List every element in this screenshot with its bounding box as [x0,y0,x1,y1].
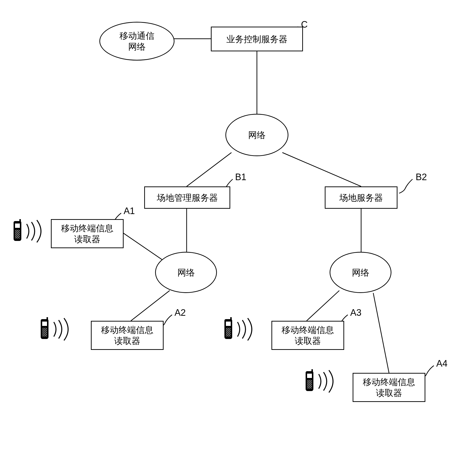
site-mgmt-server-b1-label: 场地管理服务器 [157,192,218,203]
label-a2: A2 [175,308,186,318]
phone-icon-a1 [12,219,23,241]
reader-a2-node: 移动终端信息 读取器 [91,321,164,350]
network-label-top: 网络 [248,130,266,140]
network-node-right: 网络 [330,252,391,293]
site-server-b2-label: 场地服务器 [339,192,383,203]
svg-line-2 [187,153,231,186]
label-b2: B2 [416,172,427,182]
phone-icon-a3 [223,317,234,339]
svg-line-6 [122,232,165,262]
service-control-server-label: 业务控制服务器 [226,34,287,45]
signal-waves-a1 [22,217,51,246]
signal-waves-a2 [49,315,79,344]
reader-a4-label: 移动终端信息 读取器 [363,377,415,398]
mobile-comm-network-label: 移动通信 网络 [119,30,154,52]
label-a4: A4 [436,358,447,369]
reader-a2-label: 移动终端信息 读取器 [101,324,153,346]
network-label-left: 网络 [177,267,195,278]
network-node-left: 网络 [155,252,217,293]
site-server-b2-node: 场地服务器 [325,186,397,209]
signal-waves-a4 [314,367,343,396]
network-label-right: 网络 [352,267,369,278]
label-a1: A1 [124,206,135,216]
phone-icon-a2 [39,317,50,339]
reader-a3-node: 移动终端信息 读取器 [271,321,344,350]
reader-a1-label: 移动终端信息 读取器 [61,223,113,245]
reader-a3-label: 移动终端信息 读取器 [282,324,334,346]
label-c: C [301,19,308,30]
label-b1: B1 [235,172,246,182]
reader-a1-node: 移动终端信息 读取器 [51,219,124,248]
network-node-top: 网络 [225,114,288,156]
svg-line-8 [307,291,339,321]
svg-line-7 [131,291,170,321]
svg-line-9 [373,293,389,373]
service-control-server-node: 业务控制服务器 [211,27,303,51]
label-a3: A3 [350,308,361,318]
phone-icon-a4 [304,369,315,391]
mobile-comm-network-node: 移动通信 网络 [99,22,175,61]
reader-a4-node: 移动终端信息 读取器 [353,373,425,402]
signal-waves-a3 [233,315,262,344]
svg-line-3 [282,153,361,186]
site-mgmt-server-b1-node: 场地管理服务器 [144,186,230,209]
